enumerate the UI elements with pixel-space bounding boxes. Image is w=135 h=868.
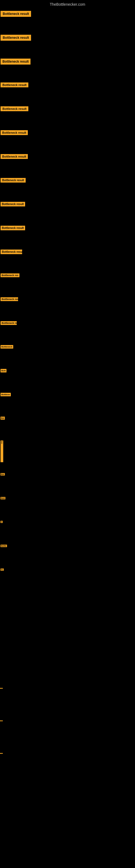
list-item: Bottleneck result bbox=[0, 80, 135, 104]
list-item: Bottleneck result bbox=[0, 128, 135, 152]
small-item: | bbox=[0, 750, 135, 783]
list-item: Bottleneck result bbox=[0, 223, 135, 247]
bottleneck-badge[interactable]: Bott bbox=[1, 497, 5, 499]
small-item: | bbox=[0, 685, 135, 718]
bottleneck-badge[interactable]: B bbox=[1, 521, 3, 523]
bottleneck-badge[interactable]: Bottleneck result bbox=[1, 83, 28, 87]
bottleneck-badge[interactable]: Bottleneck result bbox=[1, 202, 25, 207]
bottleneck-badge[interactable]: Bottleneck result bbox=[1, 35, 31, 41]
list-item: Bot bbox=[0, 414, 135, 438]
bottleneck-badge[interactable]: Bot bbox=[1, 473, 5, 475]
bottleneck-badge[interactable]: Bottlene bbox=[1, 393, 11, 396]
bottleneck-badge[interactable]: Bottleneck result bbox=[1, 130, 28, 135]
bottleneck-badge[interactable]: Bottleneck result bbox=[1, 154, 28, 159]
list-item: Bottleneck result bbox=[0, 176, 135, 199]
small-badge: | bbox=[0, 753, 3, 754]
list-item: Bottleneck result bbox=[0, 56, 135, 80]
list-item: Bottleneck res bbox=[0, 295, 135, 319]
bottleneck-badge[interactable]: Bottleneck result bbox=[1, 59, 31, 65]
list-item: Bot bbox=[0, 471, 135, 495]
small-badge: | bbox=[0, 688, 3, 689]
list-item: Bo bbox=[0, 566, 135, 590]
bottleneck-badge[interactable]: Bot bbox=[1, 440, 3, 462]
list-item: Bott bbox=[0, 367, 135, 391]
list-item: Bottleneck res bbox=[0, 271, 135, 295]
list-item: Bottleneck res bbox=[0, 319, 135, 343]
small-badge: | bbox=[0, 720, 3, 721]
bottleneck-badge[interactable]: Bottle bbox=[1, 545, 7, 547]
bottleneck-badge[interactable]: Bottleneck res bbox=[1, 297, 18, 301]
empty-section-2 bbox=[0, 783, 135, 868]
empty-section-1 bbox=[0, 590, 135, 685]
bottleneck-badge[interactable]: Bottleneck result bbox=[1, 11, 31, 17]
list-item: Bottleneck result bbox=[0, 33, 135, 56]
bottleneck-badge[interactable]: Bot bbox=[1, 416, 5, 420]
bottleneck-badge[interactable]: Bottleneck resu bbox=[1, 250, 22, 254]
bottleneck-badge[interactable]: Bottleneck result bbox=[1, 178, 26, 183]
list-item: B bbox=[0, 519, 135, 542]
bottleneck-badge[interactable]: Bottleneck bbox=[1, 345, 13, 348]
bottleneck-badge[interactable]: Bottleneck result bbox=[1, 106, 28, 111]
list-item: Bottleneck result bbox=[0, 104, 135, 128]
bottleneck-list: Bottleneck result Bottleneck result Bott… bbox=[0, 9, 135, 590]
list-item: Bottleneck resu bbox=[0, 247, 135, 271]
list-item: Bott bbox=[0, 495, 135, 519]
list-item: Bottleneck bbox=[0, 343, 135, 367]
list-item: Bottlene bbox=[0, 391, 135, 414]
small-items-section: | | | bbox=[0, 685, 135, 783]
bottleneck-badge[interactable]: Bo bbox=[1, 568, 4, 571]
list-item: Bottle bbox=[0, 542, 135, 566]
site-title: TheBottlenecker.com bbox=[0, 0, 135, 9]
bottleneck-badge[interactable]: Bottleneck res bbox=[1, 273, 19, 277]
list-item: Bottleneck result bbox=[0, 9, 135, 33]
bottleneck-badge[interactable]: Bott bbox=[1, 369, 6, 372]
small-item: | bbox=[0, 718, 135, 750]
bottleneck-badge[interactable]: Bottleneck res bbox=[1, 321, 17, 325]
list-item: Bot bbox=[0, 438, 135, 471]
list-item: Bottleneck result bbox=[0, 199, 135, 223]
bottleneck-badge[interactable]: Bottleneck result bbox=[1, 226, 25, 230]
list-item: Bottleneck result bbox=[0, 152, 135, 176]
